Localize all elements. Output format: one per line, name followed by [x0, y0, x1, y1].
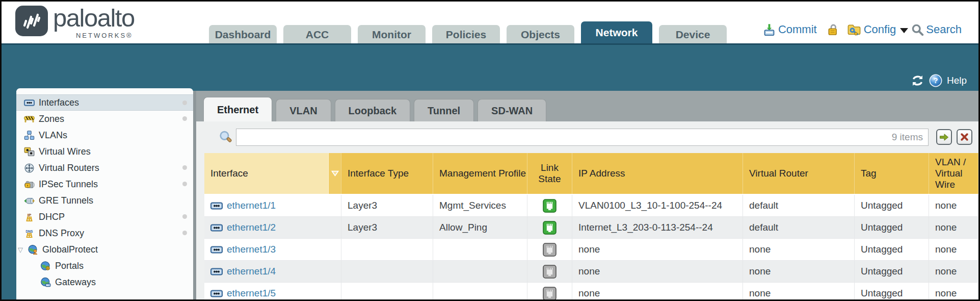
cell-ip-address: Internet_L3_203-0-113-254--24 [572, 217, 743, 238]
col-header-virtual-router[interactable]: Virtual Router [743, 153, 855, 194]
gre-tunnels-icon [23, 195, 35, 206]
cell-management-profile [433, 261, 527, 282]
refresh-icon[interactable] [911, 74, 924, 87]
lock-icon[interactable] [826, 23, 839, 36]
sidebar-item-virtual-wires[interactable]: Virtual Wires [16, 143, 193, 160]
interfaces-table: InterfaceInterface TypeManagement Profil… [204, 153, 978, 299]
sidebar-item-dns-proxy[interactable]: DNSDNS Proxy [16, 225, 193, 241]
cell-virtual-router: none [743, 261, 855, 282]
sidebar-item-label: Gateways [55, 277, 96, 288]
cell-virtual-router: none [743, 239, 855, 260]
table-header: InterfaceInterface TypeManagement Profil… [204, 153, 978, 195]
config-link[interactable]: Config [864, 23, 896, 36]
globalprotect-icon [27, 244, 39, 255]
col-header-interface-type[interactable]: Interface Type [341, 153, 433, 194]
cell-interface[interactable]: ethernet1/2 [204, 217, 341, 238]
nav-tab-device[interactable]: Device [659, 25, 727, 43]
col-header-vlan-virtual-wire[interactable]: VLAN / Virtual Wire [929, 153, 978, 194]
cell-interface[interactable]: ethernet1/5 [204, 283, 341, 299]
tab-ethernet[interactable]: Ethernet [203, 97, 272, 121]
cell-tag: Untagged [855, 195, 929, 216]
table-body: ethernet1/1Layer3Mgmt_ServicesVLAN0100_L… [204, 195, 978, 299]
col-header-ip-address[interactable]: IP Address [572, 153, 743, 194]
cell-interface[interactable]: ethernet1/4 [204, 261, 341, 282]
interface-link[interactable]: ethernet1/1 [227, 200, 276, 211]
table-row: ethernet1/2Layer3Allow_PingInternet_L3_2… [204, 217, 978, 239]
col-header-management-profile[interactable]: Management Profile [433, 153, 527, 194]
interface-icon [210, 290, 223, 297]
svg-text:DNS: DNS [25, 229, 33, 233]
sidebar-item-portals[interactable]: Portals [16, 258, 193, 274]
col-header-link-state[interactable]: Link State [527, 153, 572, 194]
cell-interface[interactable]: ethernet1/1 [204, 195, 341, 216]
help-link[interactable]: Help [947, 75, 967, 86]
filter-box: 9 items [236, 129, 929, 146]
commit-link[interactable]: Commit [778, 23, 817, 36]
network-sidebar: InterfacesZonesVLANsVirtual WiresVirtual… [16, 88, 193, 301]
interface-icon [210, 202, 223, 210]
cell-interface[interactable]: ethernet1/3 [204, 239, 341, 260]
sort-dropdown-button[interactable] [328, 153, 341, 194]
sidebar-item-gre-tunnels[interactable]: GRE Tunnels [16, 192, 193, 209]
sidebar-item-gateways[interactable]: Gateways [16, 274, 193, 290]
table-row: ethernet1/3nonenoneUntaggednone [204, 239, 978, 261]
tab-vlan[interactable]: VLAN [276, 99, 331, 121]
svg-text:IP: IP [27, 212, 31, 217]
interfaces-icon [23, 97, 35, 108]
sidebar-item-dhcp[interactable]: IPDHCP [16, 209, 193, 225]
sidebar-item-label: Zones [39, 114, 64, 124]
sidebar-item-label: Interfaces [39, 97, 79, 108]
link-down-icon [543, 243, 557, 257]
link-down-icon [543, 265, 557, 279]
nav-tab-policies[interactable]: Policies [432, 25, 500, 43]
cell-vlan-virtual-wire: none [929, 239, 978, 260]
collapse-caret-icon[interactable]: ▽ [18, 246, 27, 254]
interface-link[interactable]: ethernet1/4 [227, 266, 276, 277]
sidebar-item-virtual-routers[interactable]: Virtual Routers [16, 160, 193, 176]
nav-tab-monitor[interactable]: Monitor [358, 25, 426, 43]
cell-ip-address: none [572, 261, 743, 282]
sidebar-item-vlans[interactable]: VLANs [16, 127, 193, 143]
col-header-tag[interactable]: Tag [855, 153, 929, 194]
main-nav-tabs: DashboardACCMonitorPoliciesObjectsNetwor… [209, 21, 727, 43]
help-icon[interactable]: ? [929, 74, 942, 87]
utility-links: Commit Config Search [762, 22, 964, 37]
filter-input[interactable] [236, 129, 892, 145]
link-down-icon [543, 287, 557, 300]
tab-sd-wan[interactable]: SD-WAN [478, 99, 546, 121]
interface-link[interactable]: ethernet1/3 [227, 244, 276, 255]
gateways-icon [39, 277, 51, 287]
config-caret-icon[interactable] [900, 28, 908, 33]
cell-link-state [527, 217, 572, 238]
search-icon [911, 23, 924, 36]
nav-tab-network[interactable]: Network [581, 21, 652, 43]
cell-management-profile [433, 239, 527, 260]
interface-link[interactable]: ethernet1/2 [227, 222, 276, 233]
sidebar-item-globalprotect[interactable]: ▽GlobalProtect [16, 241, 193, 258]
nav-tab-acc[interactable]: ACC [283, 25, 351, 43]
nav-tab-dashboard[interactable]: Dashboard [209, 25, 277, 43]
interface-link[interactable]: ethernet1/5 [227, 288, 276, 299]
paloalto-logo-icon [15, 6, 48, 36]
nav-tab-objects[interactable]: Objects [507, 25, 574, 43]
portals-icon [39, 261, 51, 271]
sidebar-item-ipsec-tunnels[interactable]: IPSec Tunnels [16, 176, 193, 192]
table-row: ethernet1/4nonenoneUntaggednone [204, 261, 978, 283]
cell-link-state [527, 261, 572, 282]
search-link[interactable]: Search [926, 23, 962, 36]
col-header-interface[interactable]: Interface [204, 153, 328, 194]
cell-link-state [527, 239, 572, 260]
apply-filter-button[interactable] [936, 129, 952, 145]
sidebar-item-label: DHCP [39, 212, 65, 222]
cell-interface-type [341, 283, 433, 299]
cell-interface-type: Layer3 [341, 217, 433, 238]
tab-loopback[interactable]: Loopback [335, 99, 410, 121]
clear-filter-button[interactable] [957, 129, 972, 145]
cell-management-profile [433, 283, 527, 299]
tab-tunnel[interactable]: Tunnel [414, 99, 474, 121]
sidebar-item-interfaces[interactable]: Interfaces [16, 94, 193, 111]
cell-interface-type [341, 261, 433, 282]
sidebar-item-zones[interactable]: Zones [16, 111, 193, 127]
cell-management-profile: Mgmt_Services [433, 195, 527, 216]
cell-virtual-router: default [743, 195, 855, 216]
